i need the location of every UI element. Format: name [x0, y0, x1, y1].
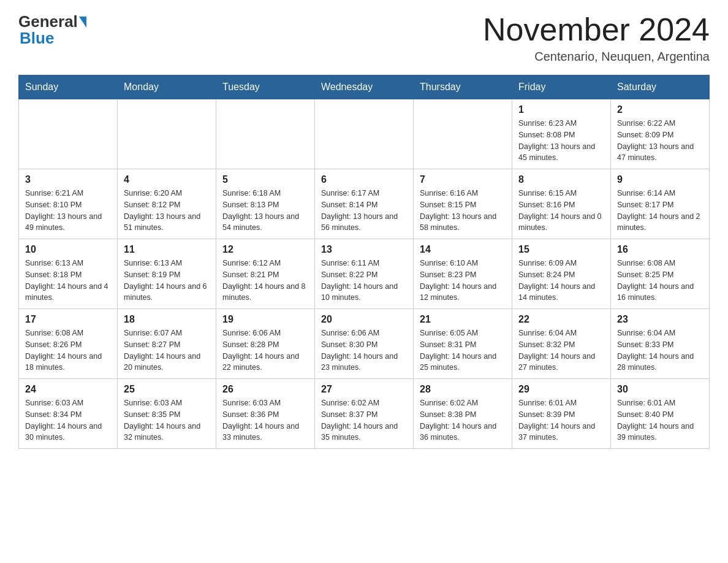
- day-info: Sunrise: 6:02 AMSunset: 8:37 PMDaylight:…: [321, 397, 407, 443]
- calendar-day-cell: [118, 99, 216, 169]
- day-info: Sunrise: 6:23 AMSunset: 8:08 PMDaylight:…: [518, 118, 604, 164]
- calendar-day-cell: 4Sunrise: 6:20 AMSunset: 8:12 PMDaylight…: [118, 169, 216, 239]
- logo-blue-text: Blue: [20, 29, 54, 47]
- calendar-day-cell: [216, 99, 315, 169]
- day-number: 5: [222, 174, 308, 185]
- day-info: Sunrise: 6:07 AMSunset: 8:27 PMDaylight:…: [124, 327, 210, 373]
- calendar-day-cell: 7Sunrise: 6:16 AMSunset: 8:15 PMDaylight…: [414, 169, 512, 239]
- calendar-day-cell: 19Sunrise: 6:06 AMSunset: 8:28 PMDayligh…: [216, 309, 315, 379]
- day-number: 20: [321, 314, 407, 325]
- day-number: 15: [518, 244, 604, 255]
- day-number: 10: [25, 244, 111, 255]
- day-of-week-header: Thursday: [414, 75, 512, 99]
- day-number: 4: [124, 174, 210, 185]
- calendar-day-cell: [19, 99, 118, 169]
- day-of-week-header: Wednesday: [315, 75, 414, 99]
- day-number: 7: [420, 174, 506, 185]
- day-info: Sunrise: 6:12 AMSunset: 8:21 PMDaylight:…: [222, 258, 308, 304]
- calendar-week-row: 10Sunrise: 6:13 AMSunset: 8:18 PMDayligh…: [19, 239, 710, 309]
- calendar-day-cell: 1Sunrise: 6:23 AMSunset: 8:08 PMDaylight…: [512, 99, 611, 169]
- calendar-week-row: 17Sunrise: 6:08 AMSunset: 8:26 PMDayligh…: [19, 309, 710, 379]
- day-number: 25: [124, 384, 210, 395]
- title-area: November 2024 Centenario, Neuquen, Argen…: [483, 12, 710, 64]
- day-of-week-header: Monday: [118, 75, 216, 99]
- day-headers-row: SundayMondayTuesdayWednesdayThursdayFrid…: [19, 75, 710, 99]
- month-title: November 2024: [483, 12, 710, 47]
- day-number: 11: [124, 244, 210, 255]
- calendar-day-cell: 10Sunrise: 6:13 AMSunset: 8:18 PMDayligh…: [19, 239, 118, 309]
- day-info: Sunrise: 6:03 AMSunset: 8:35 PMDaylight:…: [124, 397, 210, 443]
- day-number: 17: [25, 314, 111, 325]
- calendar-week-row: 1Sunrise: 6:23 AMSunset: 8:08 PMDaylight…: [19, 99, 710, 169]
- logo-arrow-icon: [79, 17, 86, 28]
- calendar-day-cell: 20Sunrise: 6:06 AMSunset: 8:30 PMDayligh…: [315, 309, 414, 379]
- calendar-day-cell: 24Sunrise: 6:03 AMSunset: 8:34 PMDayligh…: [19, 379, 118, 449]
- page-header: General Blue November 2024 Centenario, N…: [18, 12, 710, 64]
- day-number: 13: [321, 244, 407, 255]
- day-info: Sunrise: 6:09 AMSunset: 8:24 PMDaylight:…: [518, 258, 604, 304]
- day-info: Sunrise: 6:01 AMSunset: 8:39 PMDaylight:…: [518, 397, 604, 443]
- calendar-week-row: 3Sunrise: 6:21 AMSunset: 8:10 PMDaylight…: [19, 169, 710, 239]
- calendar-day-cell: 8Sunrise: 6:15 AMSunset: 8:16 PMDaylight…: [512, 169, 611, 239]
- calendar-day-cell: [315, 99, 414, 169]
- day-of-week-header: Saturday: [611, 75, 710, 99]
- day-info: Sunrise: 6:08 AMSunset: 8:26 PMDaylight:…: [25, 327, 111, 373]
- day-info: Sunrise: 6:13 AMSunset: 8:18 PMDaylight:…: [25, 258, 111, 304]
- day-info: Sunrise: 6:16 AMSunset: 8:15 PMDaylight:…: [420, 188, 506, 234]
- day-info: Sunrise: 6:01 AMSunset: 8:40 PMDaylight:…: [617, 397, 703, 443]
- day-info: Sunrise: 6:13 AMSunset: 8:19 PMDaylight:…: [124, 258, 210, 304]
- calendar-day-cell: 23Sunrise: 6:04 AMSunset: 8:33 PMDayligh…: [611, 309, 710, 379]
- day-number: 1: [518, 104, 604, 115]
- day-info: Sunrise: 6:17 AMSunset: 8:14 PMDaylight:…: [321, 188, 407, 234]
- calendar-day-cell: 22Sunrise: 6:04 AMSunset: 8:32 PMDayligh…: [512, 309, 611, 379]
- day-info: Sunrise: 6:05 AMSunset: 8:31 PMDaylight:…: [420, 327, 506, 373]
- calendar-day-cell: 2Sunrise: 6:22 AMSunset: 8:09 PMDaylight…: [611, 99, 710, 169]
- day-number: 16: [617, 244, 703, 255]
- calendar-day-cell: 6Sunrise: 6:17 AMSunset: 8:14 PMDaylight…: [315, 169, 414, 239]
- calendar-day-cell: 26Sunrise: 6:03 AMSunset: 8:36 PMDayligh…: [216, 379, 315, 449]
- day-number: 29: [518, 384, 604, 395]
- day-info: Sunrise: 6:04 AMSunset: 8:32 PMDaylight:…: [518, 327, 604, 373]
- calendar-day-cell: [414, 99, 512, 169]
- calendar-day-cell: 16Sunrise: 6:08 AMSunset: 8:25 PMDayligh…: [611, 239, 710, 309]
- day-info: Sunrise: 6:20 AMSunset: 8:12 PMDaylight:…: [124, 188, 210, 234]
- day-number: 8: [518, 174, 604, 185]
- day-number: 30: [617, 384, 703, 395]
- calendar-day-cell: 18Sunrise: 6:07 AMSunset: 8:27 PMDayligh…: [118, 309, 216, 379]
- day-number: 27: [321, 384, 407, 395]
- calendar-table: SundayMondayTuesdayWednesdayThursdayFrid…: [18, 75, 710, 449]
- day-number: 18: [124, 314, 210, 325]
- calendar-day-cell: 13Sunrise: 6:11 AMSunset: 8:22 PMDayligh…: [315, 239, 414, 309]
- day-number: 24: [25, 384, 111, 395]
- day-number: 6: [321, 174, 407, 185]
- logo-area: General Blue: [18, 12, 88, 48]
- day-number: 19: [222, 314, 308, 325]
- day-info: Sunrise: 6:22 AMSunset: 8:09 PMDaylight:…: [617, 118, 703, 164]
- day-number: 28: [420, 384, 506, 395]
- calendar-day-cell: 29Sunrise: 6:01 AMSunset: 8:39 PMDayligh…: [512, 379, 611, 449]
- calendar-header: SundayMondayTuesdayWednesdayThursdayFrid…: [19, 75, 710, 99]
- day-of-week-header: Sunday: [19, 75, 118, 99]
- calendar-day-cell: 28Sunrise: 6:02 AMSunset: 8:38 PMDayligh…: [414, 379, 512, 449]
- calendar-day-cell: 25Sunrise: 6:03 AMSunset: 8:35 PMDayligh…: [118, 379, 216, 449]
- day-info: Sunrise: 6:18 AMSunset: 8:13 PMDaylight:…: [222, 188, 308, 234]
- calendar-day-cell: 9Sunrise: 6:14 AMSunset: 8:17 PMDaylight…: [611, 169, 710, 239]
- day-info: Sunrise: 6:04 AMSunset: 8:33 PMDaylight:…: [617, 327, 703, 373]
- day-of-week-header: Friday: [512, 75, 611, 99]
- day-number: 12: [222, 244, 308, 255]
- day-of-week-header: Tuesday: [216, 75, 315, 99]
- day-number: 2: [617, 104, 703, 115]
- day-info: Sunrise: 6:06 AMSunset: 8:30 PMDaylight:…: [321, 327, 407, 373]
- day-info: Sunrise: 6:08 AMSunset: 8:25 PMDaylight:…: [617, 258, 703, 304]
- day-number: 3: [25, 174, 111, 185]
- day-info: Sunrise: 6:06 AMSunset: 8:28 PMDaylight:…: [222, 327, 308, 373]
- day-number: 21: [420, 314, 506, 325]
- day-number: 23: [617, 314, 703, 325]
- day-number: 26: [222, 384, 308, 395]
- calendar-day-cell: 30Sunrise: 6:01 AMSunset: 8:40 PMDayligh…: [611, 379, 710, 449]
- day-info: Sunrise: 6:03 AMSunset: 8:36 PMDaylight:…: [222, 397, 308, 443]
- calendar-week-row: 24Sunrise: 6:03 AMSunset: 8:34 PMDayligh…: [19, 379, 710, 449]
- day-info: Sunrise: 6:14 AMSunset: 8:17 PMDaylight:…: [617, 188, 703, 234]
- calendar-day-cell: 21Sunrise: 6:05 AMSunset: 8:31 PMDayligh…: [414, 309, 512, 379]
- calendar-day-cell: 17Sunrise: 6:08 AMSunset: 8:26 PMDayligh…: [19, 309, 118, 379]
